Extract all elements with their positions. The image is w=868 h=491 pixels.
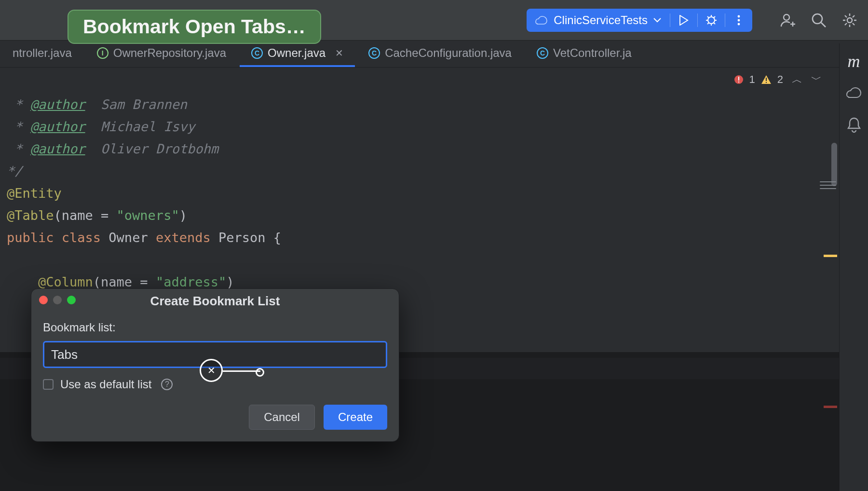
class-icon: C bbox=[251, 47, 263, 59]
prev-problem-icon[interactable]: ︿ bbox=[792, 72, 802, 87]
gradle-tool-icon[interactable] bbox=[846, 85, 862, 101]
cursor-indicator: ✕ bbox=[200, 359, 223, 382]
svg-rect-9 bbox=[738, 82, 739, 82]
bookmark-list-label: Bookmark list: bbox=[43, 321, 387, 334]
svg-point-3 bbox=[738, 23, 740, 25]
tab-label: VetController.ja bbox=[553, 46, 632, 60]
gear-icon[interactable] bbox=[841, 12, 858, 29]
close-tab-icon[interactable]: ✕ bbox=[335, 47, 343, 59]
tab-partial-ntroller[interactable]: ntroller.java bbox=[1, 41, 83, 67]
cancel-button[interactable]: Cancel bbox=[249, 405, 315, 430]
minimap-icon bbox=[820, 181, 836, 189]
chevron-down-icon bbox=[653, 18, 661, 23]
run-button[interactable] bbox=[670, 9, 697, 32]
help-icon[interactable]: ? bbox=[161, 379, 173, 390]
tab-vet-controller[interactable]: C VetController.ja bbox=[525, 41, 643, 67]
elephant-icon bbox=[535, 15, 548, 26]
warning-mark[interactable] bbox=[824, 255, 837, 257]
tab-label: CacheConfiguration.java bbox=[385, 46, 512, 60]
error-count: 1 bbox=[749, 73, 755, 86]
tab-cache-configuration[interactable]: C CacheConfiguration.java bbox=[357, 41, 523, 67]
tab-label: Owner.java bbox=[268, 46, 326, 60]
cursor-tail bbox=[223, 370, 260, 372]
interface-icon: I bbox=[97, 47, 108, 59]
svg-point-0 bbox=[708, 17, 715, 24]
dialog-maximize-button[interactable] bbox=[67, 296, 76, 304]
svg-point-1 bbox=[738, 15, 740, 17]
svg-rect-8 bbox=[738, 77, 739, 81]
search-icon[interactable] bbox=[810, 12, 827, 29]
tab-label: ntroller.java bbox=[13, 46, 72, 60]
class-icon: C bbox=[537, 47, 548, 59]
inspection-summary[interactable]: 1 2 ︿ ﹀ bbox=[734, 72, 822, 87]
warning-icon bbox=[761, 75, 772, 84]
scrollbar-thumb[interactable] bbox=[831, 143, 837, 186]
error-icon bbox=[734, 75, 744, 84]
debug-button[interactable] bbox=[698, 9, 725, 32]
run-config-label: ClinicServiceTests bbox=[554, 14, 648, 27]
svg-point-2 bbox=[738, 19, 740, 21]
class-icon: C bbox=[368, 47, 380, 59]
add-user-icon[interactable] bbox=[779, 12, 797, 29]
create-button[interactable]: Create bbox=[324, 405, 387, 430]
run-configuration[interactable]: ClinicServiceTests bbox=[527, 9, 752, 32]
maven-tool-icon[interactable]: m bbox=[846, 53, 862, 69]
tab-owner[interactable]: C Owner.java ✕ bbox=[240, 41, 355, 67]
use-as-default-checkbox[interactable] bbox=[43, 379, 54, 390]
use-as-default-label: Use as default list bbox=[60, 378, 151, 391]
warning-count: 2 bbox=[777, 73, 783, 86]
right-toolwindow-stripe: m bbox=[839, 43, 868, 491]
bookmark-open-tabs-badge: Bookmark Open Tabs… bbox=[68, 10, 321, 44]
dialog-close-button[interactable] bbox=[39, 296, 48, 304]
svg-point-6 bbox=[847, 18, 852, 23]
notifications-tool-icon[interactable] bbox=[846, 117, 862, 133]
dialog-minimize-button[interactable] bbox=[53, 296, 62, 304]
svg-rect-10 bbox=[766, 78, 767, 81]
dialog-title: Create Bookmark List bbox=[150, 294, 280, 309]
svg-rect-11 bbox=[766, 82, 767, 83]
tab-label: OwnerRepository.java bbox=[113, 46, 226, 60]
tab-owner-repository[interactable]: I OwnerRepository.java bbox=[85, 41, 238, 67]
editor-tabs: ntroller.java I OwnerRepository.java C O… bbox=[0, 41, 868, 68]
run-more-button[interactable] bbox=[725, 9, 752, 32]
svg-point-4 bbox=[784, 14, 789, 20]
next-problem-icon[interactable]: ﹀ bbox=[811, 72, 822, 87]
svg-point-5 bbox=[813, 14, 822, 24]
